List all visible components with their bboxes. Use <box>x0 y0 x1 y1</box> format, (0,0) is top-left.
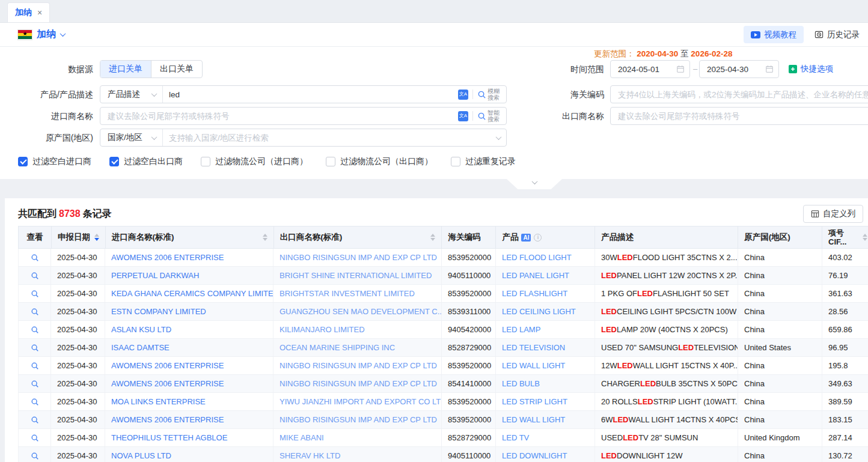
end-date-input[interactable]: 2025-04-30 <box>699 60 779 78</box>
exporter-link[interactable]: KILIMANJARO LIMITED <box>280 325 365 334</box>
view-record-button[interactable] <box>31 380 39 388</box>
info-icon[interactable]: i <box>534 234 542 242</box>
exporter-link[interactable]: BRIGHTSTAR INVESTMENT LIMITED <box>280 289 415 298</box>
checkbox-label: 过滤空白进口商 <box>32 156 91 167</box>
history-button[interactable]: 历史记录 <box>815 29 860 40</box>
close-icon[interactable]: × <box>37 8 42 17</box>
product-link[interactable]: LED CEILING LIGHT <box>502 307 576 316</box>
view-record-button[interactable] <box>31 362 39 370</box>
tab-ghana[interactable]: 加纳 × <box>7 2 50 22</box>
product-type-select[interactable]: 产品描述 <box>100 86 163 103</box>
filter-checkbox[interactable]: 过滤空白进口商 <box>18 156 91 167</box>
importer-link[interactable]: NOVA PLUS LTD <box>111 451 171 460</box>
product-link[interactable]: LED STRIP LIGHT <box>502 397 567 406</box>
exporter-link[interactable]: BRIGHT SHINE INTERNATIONAL LIMITED <box>280 271 432 280</box>
view-record-button[interactable] <box>31 254 39 262</box>
exporter-input[interactable] <box>611 108 868 124</box>
hs-code-input[interactable] <box>611 86 868 103</box>
origin-type-select[interactable]: 国家/地区 <box>100 129 163 146</box>
collapse-panel-button[interactable] <box>507 179 562 189</box>
product-link[interactable]: LED DOWNLIGHT <box>502 451 567 460</box>
filter-checkbox[interactable]: 过滤重复记录 <box>451 156 516 167</box>
checkbox-icon[interactable] <box>201 157 210 166</box>
view-record-button[interactable] <box>31 434 39 442</box>
exporter-link[interactable]: GUANGZHOU SEN MAO DEVELOPMENT C... <box>280 307 442 316</box>
exporter-link[interactable]: YIWU JIANZHI IMPORT AND EXPORT CO LTD <box>280 397 442 406</box>
column-item-cif[interactable]: 项号CIF... <box>822 226 868 248</box>
importer-link[interactable]: AWOMENS 2006 ENTERPRISE <box>111 415 224 424</box>
product-link[interactable]: LED TV <box>502 433 529 442</box>
importer-input[interactable] <box>100 108 458 124</box>
product-link[interactable]: LED BULB <box>502 379 540 388</box>
importer-link[interactable]: AWOMENS 2006 ENTERPRISE <box>111 379 224 388</box>
tab-import-declarations[interactable]: 进口关单 <box>100 61 151 78</box>
customize-columns-button[interactable]: 自定义列 <box>803 205 863 223</box>
cell-item-cif: 195.8 <box>822 357 868 374</box>
product-link[interactable]: LED FLOOD LIGHT <box>502 253 572 262</box>
product-link[interactable]: LED TELEVISION <box>502 343 565 352</box>
view-record-button[interactable] <box>31 272 39 280</box>
fuzzy-search-button[interactable]: 模糊搜索 <box>477 88 501 101</box>
importer-link[interactable]: AWOMENS 2006 ENTERPRISE <box>111 361 224 370</box>
translate-icon[interactable]: 文A <box>458 90 468 100</box>
filter-checkbox[interactable]: 过滤空白出口商 <box>109 156 183 167</box>
sort-control[interactable] <box>94 234 99 241</box>
importer-link[interactable]: KEDA GHANA CERAMICS COMPANY LIMITED <box>111 289 274 298</box>
exporter-link[interactable]: NINGBO RISINGSUN IMP AND EXP CP LTD <box>280 379 437 388</box>
translate-icon[interactable]: 文A <box>458 111 468 121</box>
cell-origin: China <box>738 375 822 392</box>
product-link[interactable]: LED LAMP <box>502 325 540 334</box>
product-link[interactable]: LED PANEL LIGHT <box>502 271 569 280</box>
smart-search-button[interactable]: 智能搜索 <box>477 109 501 123</box>
view-record-button[interactable] <box>31 452 39 460</box>
exporter-link[interactable]: SHERAV HK LTD <box>280 451 340 460</box>
column-importer[interactable]: 进口商名称(标准) <box>106 226 274 248</box>
checkbox-icon[interactable] <box>109 157 119 166</box>
importer-link[interactable]: THEOPHILUS TETTEH AGBLOE <box>111 433 227 442</box>
origin-search-input[interactable] <box>163 129 497 146</box>
country-selector[interactable]: ★ 加纳 <box>18 28 65 41</box>
view-record-button[interactable] <box>31 416 39 424</box>
importer-link[interactable]: ESTN COMPANY LIMITED <box>111 307 206 316</box>
exporter-link[interactable]: OCEAN MARINE SHIPPING INC <box>280 343 395 352</box>
sort-control[interactable] <box>863 234 867 241</box>
exporter-link[interactable]: MIKE ABANI <box>280 433 324 442</box>
importer-link[interactable]: MOA LINKS ENTERPRISE <box>111 397 206 406</box>
view-record-button[interactable] <box>31 344 39 352</box>
view-record-button[interactable] <box>31 308 39 316</box>
importer-link[interactable]: ASLAN KSU LTD <box>111 325 171 334</box>
product-filter-group: 产品描述 文A 模糊搜索 <box>100 85 507 103</box>
quick-options-button[interactable]: 快捷选项 <box>789 60 833 78</box>
cell-item-cif: 130.72 <box>822 447 868 462</box>
cell-origin: China <box>738 303 822 320</box>
importer-link[interactable]: AWOMENS 2006 ENTERPRISE <box>111 253 224 262</box>
video-tutorial-button[interactable]: 视频教程 <box>744 26 804 43</box>
importer-link[interactable]: PERPETUAL DARKWAH <box>111 271 199 280</box>
filter-checkbox[interactable]: 过滤物流公司（进口商） <box>201 156 308 167</box>
column-declare-date[interactable]: 申报日期 <box>52 226 106 248</box>
tab-export-declarations[interactable]: 出口关单 <box>151 61 202 78</box>
view-record-button[interactable] <box>31 290 39 298</box>
checkbox-icon[interactable] <box>326 157 335 166</box>
product-link[interactable]: LED WALL LIGHT <box>502 415 565 424</box>
product-link[interactable]: LED WALL LIGHT <box>502 361 565 370</box>
view-record-button[interactable] <box>31 398 39 406</box>
product-link[interactable]: LED FLASHLIGHT <box>502 289 567 298</box>
exporter-link[interactable]: NINGBO RISINGSUN IMP AND EXP CP LTD <box>280 253 437 262</box>
sort-control[interactable] <box>263 234 267 241</box>
table-row: 2025-04-30 AWOMENS 2006 ENTERPRISE NINGB… <box>18 375 868 393</box>
checkbox-icon[interactable] <box>18 157 28 166</box>
importer-link[interactable]: ISAAC DAMTSE <box>111 343 170 352</box>
column-exporter[interactable]: 出口商名称(标准) <box>274 226 442 248</box>
view-record-button[interactable] <box>31 326 39 334</box>
sort-control[interactable] <box>430 234 435 241</box>
filter-checkbox[interactable]: 过滤物流公司（出口商） <box>326 156 433 167</box>
product-filter-label: 产品/产品描述 <box>6 85 93 103</box>
ghana-flag-icon: ★ <box>18 30 32 40</box>
exporter-link[interactable]: NINGBO RISINGSUN IMP AND EXP CP LTD <box>280 415 437 424</box>
exporter-link[interactable]: NINGBO RISINGSUN IMP AND EXP CP LTD <box>280 361 437 370</box>
checkbox-icon[interactable] <box>451 157 460 166</box>
chevron-down-icon <box>151 91 157 97</box>
start-date-input[interactable]: 2024-05-01 <box>610 60 690 78</box>
product-search-input[interactable] <box>163 86 458 103</box>
